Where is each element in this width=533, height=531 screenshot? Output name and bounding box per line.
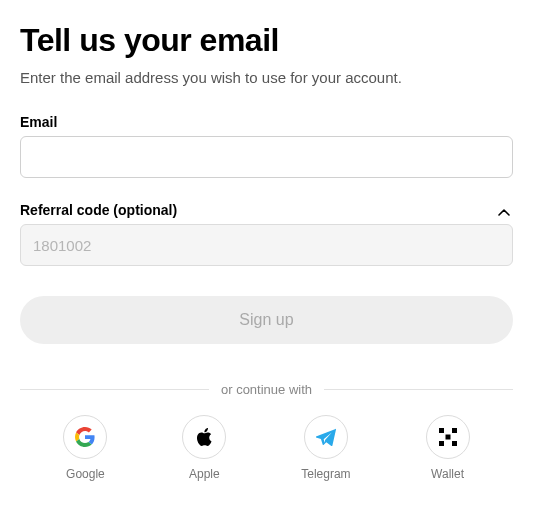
svg-rect-1 bbox=[452, 428, 457, 433]
divider-text: or continue with bbox=[221, 382, 312, 397]
wallet-icon bbox=[426, 415, 470, 459]
signup-button[interactable]: Sign up bbox=[20, 296, 513, 344]
referral-field-group: Referral code (optional) bbox=[20, 202, 513, 266]
divider-line-left bbox=[20, 389, 209, 390]
provider-google[interactable]: Google bbox=[63, 415, 107, 481]
provider-label-apple: Apple bbox=[189, 467, 220, 481]
referral-label: Referral code (optional) bbox=[20, 202, 177, 218]
page-title: Tell us your email bbox=[20, 22, 513, 59]
providers-row: Google Apple Telegram Wallet bbox=[20, 415, 513, 481]
google-icon bbox=[63, 415, 107, 459]
provider-wallet[interactable]: Wallet bbox=[426, 415, 470, 481]
provider-label-telegram: Telegram bbox=[301, 467, 350, 481]
provider-label-google: Google bbox=[66, 467, 105, 481]
divider-line-right bbox=[324, 389, 513, 390]
chevron-up-icon[interactable] bbox=[495, 204, 513, 222]
page-subtitle: Enter the email address you wish to use … bbox=[20, 69, 513, 86]
provider-label-wallet: Wallet bbox=[431, 467, 464, 481]
svg-rect-2 bbox=[445, 435, 450, 440]
svg-rect-4 bbox=[452, 441, 457, 446]
referral-input[interactable] bbox=[20, 224, 513, 266]
provider-apple[interactable]: Apple bbox=[182, 415, 226, 481]
svg-rect-0 bbox=[439, 428, 444, 433]
telegram-icon bbox=[304, 415, 348, 459]
svg-rect-3 bbox=[439, 441, 444, 446]
apple-icon bbox=[182, 415, 226, 459]
email-field-group: Email bbox=[20, 114, 513, 178]
email-input[interactable] bbox=[20, 136, 513, 178]
provider-telegram[interactable]: Telegram bbox=[301, 415, 350, 481]
email-label: Email bbox=[20, 114, 513, 130]
divider: or continue with bbox=[20, 382, 513, 397]
